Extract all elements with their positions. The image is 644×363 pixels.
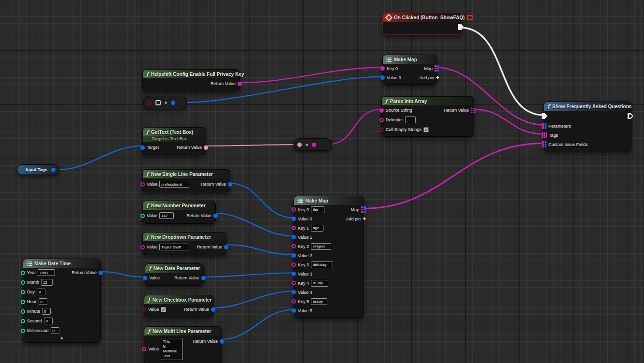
- node-header[interactable]: ƒNew Checkbox Parameter: [144, 295, 213, 304]
- node-title-bar[interactable]: Make Map: [383, 55, 437, 64]
- key-5-input[interactable]: essay: [311, 298, 327, 305]
- return-value-pin[interactable]: [201, 276, 206, 280]
- node-make-map-top[interactable]: Make MapKey 0MapValue 0Add pin+: [382, 55, 437, 85]
- node-header[interactable]: ƒNew Single Line Parameter: [143, 170, 230, 178]
- day-input[interactable]: 8: [37, 289, 45, 295]
- exec-out-pin[interactable]: [458, 24, 464, 30]
- key-1-input[interactable]: age: [311, 225, 323, 232]
- map-pin[interactable]: [361, 206, 366, 213]
- node-header[interactable]: ƒNew Number Parameter: [143, 201, 215, 210]
- node-header[interactable]: Make Map: [294, 196, 364, 205]
- cull-empty-strings-checkbox[interactable]: ✓: [423, 127, 429, 132]
- map-pin[interactable]: [434, 65, 439, 72]
- return-value-pin[interactable]: [238, 82, 242, 86]
- node-header[interactable]: ƒNew Dropdown Parameter: [143, 232, 226, 241]
- minute-pin[interactable]: [21, 309, 25, 314]
- node-title-bar[interactable]: ƒShow Frequently Asked Questions: [544, 102, 631, 111]
- event-box-icon[interactable]: [467, 15, 473, 20]
- month-pin[interactable]: [21, 280, 25, 285]
- node-title-bar[interactable]: Make Date Time: [23, 259, 100, 268]
- string-out-pin[interactable]: [312, 143, 316, 147]
- map-pin[interactable]: [542, 141, 546, 147]
- month-input[interactable]: 12: [41, 279, 53, 286]
- node-bool-literal[interactable]: [143, 96, 187, 109]
- node-header[interactable]: Make Map: [383, 55, 437, 64]
- return-value-pin[interactable]: [98, 271, 103, 275]
- key-2-pin[interactable]: [292, 244, 296, 248]
- node-new-dropdown-parameter[interactable]: ƒNew Dropdown ParameterValueTaylor Swift…: [142, 232, 226, 255]
- node-header[interactable]: ƒGetText (Text Box)Target is Text Box: [143, 128, 206, 142]
- bool-checkbox[interactable]: [155, 100, 161, 105]
- value-2-pin[interactable]: [292, 253, 296, 258]
- node-title-bar[interactable]: ƒNew Checkbox Parameter: [144, 295, 213, 304]
- key-4-input[interactable]: is_vip: [311, 280, 328, 287]
- node-header[interactable]: ƒNew Multi Line Parameter: [144, 327, 222, 335]
- node-header[interactable]: ƒParse Into Array: [382, 97, 474, 105]
- year-input[interactable]: 1991: [38, 269, 55, 276]
- millisecond-pin[interactable]: [21, 329, 25, 333]
- node-new-single-line-parameter[interactable]: ƒNew Single Line ParameterValueprofessio…: [142, 169, 230, 192]
- key-0-input[interactable]: tier: [311, 206, 324, 213]
- node-new-date-parameter[interactable]: ƒNew Date ParameterValueReturn Value: [145, 263, 204, 286]
- node-on-clicked-event[interactable]: On Clicked (Button_ShowFAQ): [382, 13, 462, 35]
- value-1-pin[interactable]: [292, 235, 296, 239]
- key-0-pin[interactable]: [380, 66, 385, 71]
- node-new-multi-line-parameter[interactable]: ƒNew Multi Line ParameterValueThis Is Mu…: [144, 326, 222, 363]
- millisecond-input[interactable]: 0: [51, 327, 59, 334]
- node-show-frequently-asked-questions[interactable]: ƒShow Frequently Asked QuestionsParamete…: [544, 102, 631, 151]
- node-title-bar[interactable]: ƒNew Dropdown Parameter: [143, 232, 226, 241]
- value-0-pin[interactable]: [380, 75, 385, 80]
- node-make-map-center[interactable]: Make MapKey 0tierMapValue 0Add pin+Key 1…: [294, 196, 364, 318]
- node-title-bar[interactable]: ƒParse Into Array: [382, 97, 474, 105]
- node-title-bar[interactable]: ƒGetText (Text Box): [143, 128, 206, 136]
- node-title-bar[interactable]: On Clicked (Button_ShowFAQ): [383, 13, 462, 22]
- value-4-pin[interactable]: [292, 290, 296, 294]
- array-pin[interactable]: [542, 132, 547, 138]
- value-5-pin[interactable]: [292, 308, 296, 313]
- node-header[interactable]: ƒNew Date Parameter: [145, 264, 203, 273]
- node-header[interactable]: On Clicked (Button_ShowFAQ): [383, 13, 462, 22]
- return-value-pin[interactable]: [220, 339, 224, 344]
- key-1-pin[interactable]: [292, 226, 296, 230]
- return-value-pin[interactable]: [224, 245, 228, 249]
- node-title-bar[interactable]: ƒNew Single Line Parameter: [143, 170, 230, 178]
- node-new-checkbox-parameter[interactable]: ƒNew Checkbox ParameterValue✓Return Valu…: [144, 295, 213, 317]
- second-pin[interactable]: [21, 319, 25, 323]
- blueprint-graph-canvas[interactable]: On Clicked (Button_ShowFAQ)Make MapKey 0…: [0, 0, 644, 363]
- node-title-bar[interactable]: ƒNew Date Parameter: [145, 264, 203, 273]
- exec-in-pin[interactable]: [542, 113, 547, 119]
- delimiter-pin[interactable]: [379, 118, 384, 122]
- return-value-pin[interactable]: [213, 214, 218, 218]
- value-checkbox[interactable]: ✓: [161, 307, 166, 312]
- node-gettext-text-box[interactable]: ƒGetText (Text Box)Target is Text BoxTar…: [142, 127, 206, 155]
- value-input[interactable]: 147: [159, 212, 174, 219]
- node-input-tags-variable[interactable]: Input Tags: [17, 164, 59, 175]
- node-make-date-time[interactable]: Make Date TimeYear1991Return ValueMonth1…: [23, 259, 101, 343]
- node-title-bar[interactable]: ƒNew Multi Line Parameter: [144, 327, 222, 335]
- value-input[interactable]: professional: [159, 181, 189, 188]
- key-2-input[interactable]: singers: [311, 243, 331, 250]
- key-3-pin[interactable]: [292, 262, 296, 267]
- node-text-to-string-conversion[interactable]: [294, 138, 332, 151]
- node-new-number-parameter[interactable]: ƒNew Number ParameterValue147Return Valu…: [142, 201, 216, 224]
- return-value-pin[interactable]: [211, 307, 215, 312]
- add-pin-button[interactable]: +: [436, 75, 439, 80]
- node-header[interactable]: ƒHelpshift Config Enable Full Privacy Ke…: [143, 70, 239, 78]
- value-input[interactable]: Taylor Swift: [159, 244, 188, 250]
- node-helpshift-config-enable-full-privacy-key[interactable]: ƒHelpshift Config Enable Full Privacy Ke…: [142, 69, 240, 91]
- value-pin[interactable]: [142, 347, 146, 351]
- node-title-bar[interactable]: ƒHelpshift Config Enable Full Privacy Ke…: [143, 70, 239, 78]
- exec-out-pin[interactable]: [628, 113, 633, 119]
- return-value-pin[interactable]: [204, 145, 208, 150]
- target-pin[interactable]: [140, 145, 145, 150]
- text-in-pin[interactable]: [297, 143, 302, 147]
- day-pin[interactable]: [21, 290, 25, 294]
- array-pin[interactable]: [471, 108, 476, 113]
- key-3-input[interactable]: birthday: [311, 261, 333, 268]
- return-value-pin[interactable]: [228, 182, 232, 187]
- second-input[interactable]: 0: [44, 318, 53, 324]
- source-string-pin[interactable]: [379, 108, 384, 113]
- bool-in-pin[interactable]: [147, 101, 152, 105]
- cull-empty-strings-pin[interactable]: [379, 128, 384, 132]
- node-header[interactable]: Make Date Time: [23, 259, 100, 268]
